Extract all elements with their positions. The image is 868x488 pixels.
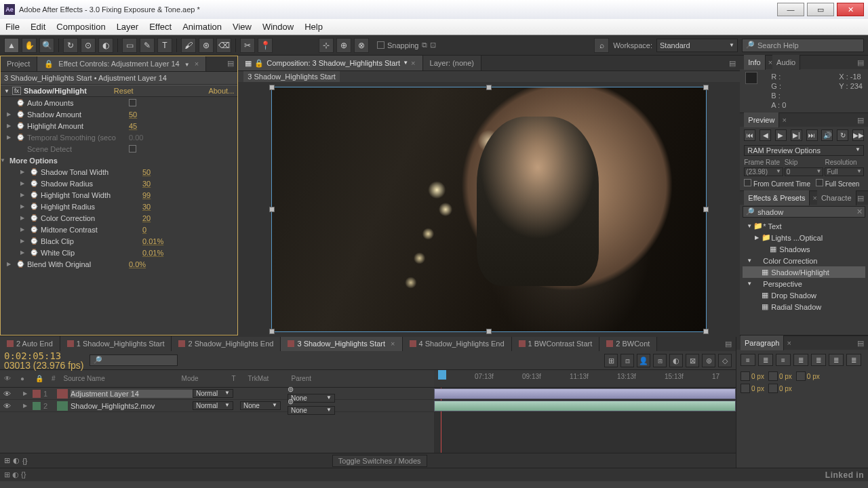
- rectangle-tool-icon[interactable]: ▭: [122, 38, 137, 53]
- effect-reset-button[interactable]: Reset: [114, 87, 134, 95]
- layer-color-icon[interactable]: [33, 402, 41, 410]
- next-frame-button[interactable]: ▶|: [791, 129, 802, 141]
- twirl-icon[interactable]: ▶: [20, 238, 27, 244]
- window-minimize-button[interactable]: —: [777, 3, 804, 16]
- selection-tool-icon[interactable]: ▲: [4, 38, 19, 53]
- camera-tool-icon[interactable]: ⊙: [81, 38, 96, 53]
- motion-blur-icon[interactable]: ◐: [669, 354, 683, 367]
- prev-frame-button[interactable]: ◀: [760, 129, 771, 141]
- last-frame-button[interactable]: ⏭: [806, 129, 818, 141]
- tab-close-icon[interactable]: ×: [411, 56, 415, 70]
- lock-icon[interactable]: 🔒: [44, 60, 54, 68]
- tab-effects-presets[interactable]: Effects & Presets: [744, 190, 810, 205]
- brainstorm-icon[interactable]: ⊛: [702, 354, 715, 367]
- twirl-icon[interactable]: ▶: [20, 203, 27, 209]
- toggle2-icon[interactable]: ◐: [13, 456, 20, 465]
- twirl-icon[interactable]: ▶: [7, 134, 14, 140]
- search-project-icon[interactable]: ⌕: [594, 38, 609, 53]
- property-value[interactable]: 50: [142, 168, 151, 176]
- layer-bar-1[interactable]: [434, 388, 736, 399]
- search-help-input[interactable]: 🔎 Search Help: [742, 39, 864, 52]
- window-close-button[interactable]: ✕: [837, 3, 864, 16]
- effects-tree-item[interactable]: ▶📁Lights ...Optical: [743, 232, 865, 243]
- property-value[interactable]: 0.01%: [142, 249, 163, 257]
- snap-opt2-icon[interactable]: ⊡: [430, 41, 436, 49]
- effects-tree-item[interactable]: ▦Radial Shadow: [743, 301, 865, 312]
- mode-select[interactable]: Normal▼: [193, 401, 233, 410]
- align-left-button[interactable]: ≡: [741, 354, 755, 366]
- timeline-tab[interactable]: 3 Shadow_Highlights Start×: [281, 336, 402, 351]
- first-line-value[interactable]: 0 px: [751, 385, 764, 392]
- justify-last-left-button[interactable]: ≣: [793, 354, 808, 366]
- clear-search-icon[interactable]: ✕: [856, 207, 863, 216]
- space-after-icon[interactable]: [768, 384, 778, 393]
- effects-search-field[interactable]: [757, 208, 854, 216]
- hide-shy-icon[interactable]: 👤: [637, 354, 650, 367]
- stopwatch-icon[interactable]: ⌚: [30, 226, 38, 234]
- stopwatch-icon[interactable]: ⌚: [30, 203, 38, 211]
- effects-tree-item[interactable]: ▼Perspective: [743, 278, 865, 289]
- toggle-switches-button[interactable]: Toggle Switches / Modes: [332, 455, 427, 467]
- stopwatch-icon[interactable]: ⌚: [30, 168, 38, 176]
- tab-effect-controls[interactable]: 🔒 Effect Controls: Adjustment Layer 14 ▼…: [37, 56, 206, 71]
- property-value[interactable]: 30: [142, 203, 151, 211]
- menu-animation[interactable]: Animation: [182, 22, 222, 32]
- twirl-icon[interactable]: ▶: [23, 390, 33, 396]
- col-trkmat[interactable]: TrkMat: [245, 375, 286, 382]
- tab-close-icon[interactable]: ×: [195, 60, 199, 68]
- tab-preview[interactable]: Preview: [744, 113, 779, 127]
- effects-search-input[interactable]: 🔎 ✕: [743, 206, 865, 218]
- stopwatch-icon[interactable]: ⌚: [30, 191, 38, 199]
- twirl-icon[interactable]: ▶: [7, 111, 14, 117]
- twirl-icon[interactable]: ▶: [20, 180, 27, 186]
- twirl-icon[interactable]: ▶: [7, 261, 14, 267]
- stopwatch-icon[interactable]: ⌚: [16, 110, 24, 119]
- property-value[interactable]: 0.0%: [129, 260, 146, 268]
- col-mode[interactable]: Mode: [179, 375, 226, 382]
- toggle3-icon[interactable]: {}: [22, 457, 27, 465]
- workspace-select[interactable]: Standard▼: [656, 39, 738, 52]
- panel-options-icon[interactable]: ▤: [857, 194, 864, 203]
- tab-composition[interactable]: ▦ 🔒 Composition: 3 Shadow_Highlights Sta…: [238, 56, 422, 70]
- menu-view[interactable]: View: [233, 22, 252, 32]
- property-value[interactable]: 99: [142, 191, 151, 199]
- panbehind-tool-icon[interactable]: ◐: [98, 38, 113, 53]
- mode-select[interactable]: Normal▼: [193, 389, 233, 398]
- timeline-layer-row[interactable]: 👁▶2Shadow_Highlights2.movNormal▼None▼⊚No…: [0, 400, 434, 412]
- panel-options-icon[interactable]: ▤: [857, 339, 864, 348]
- eraser-tool-icon[interactable]: ⌫: [216, 38, 231, 53]
- video-frame[interactable]: [272, 87, 706, 331]
- stopwatch-icon[interactable]: [16, 145, 24, 153]
- effects-tree-item[interactable]: ▦Shadows: [743, 243, 865, 255]
- resolution-select[interactable]: Full▼: [825, 167, 864, 176]
- property-checkbox[interactable]: [129, 145, 136, 152]
- col-t[interactable]: T: [229, 375, 243, 382]
- graph-editor-icon[interactable]: ⊠: [686, 354, 699, 367]
- effect-about-button[interactable]: About...: [208, 87, 234, 95]
- puppet-tool-icon[interactable]: 📍: [258, 38, 273, 53]
- effects-tree-item[interactable]: ▦Drop Shadow: [743, 289, 865, 301]
- stopwatch-icon[interactable]: ⌚: [16, 260, 24, 268]
- layer-name[interactable]: Shadow_Highlights2.mov: [71, 402, 193, 410]
- trkmat-select[interactable]: None▼: [240, 401, 281, 410]
- parent-pick-icon[interactable]: ⊚: [288, 385, 294, 393]
- panel-options-icon[interactable]: ▤: [721, 340, 736, 348]
- stopwatch-icon[interactable]: ⌚: [16, 122, 24, 130]
- tab-character[interactable]: Characte: [817, 190, 856, 205]
- draft3d-icon[interactable]: ⧈: [620, 354, 634, 367]
- justify-last-right-button[interactable]: ≣: [829, 354, 844, 366]
- menu-layer[interactable]: Layer: [117, 22, 139, 32]
- panel-options-icon[interactable]: ▤: [857, 58, 864, 67]
- window-maximize-button[interactable]: ▭: [807, 3, 834, 16]
- justify-last-center-button[interactable]: ≣: [811, 354, 826, 366]
- snapping-checkbox[interactable]: [377, 41, 384, 49]
- property-value[interactable]: 20: [142, 214, 151, 222]
- from-current-checkbox[interactable]: [744, 179, 751, 186]
- tab-info[interactable]: Info: [744, 55, 765, 70]
- frame-blend-icon[interactable]: ⧆: [653, 354, 667, 367]
- menu-effect[interactable]: Effect: [149, 22, 172, 32]
- timeline-tab[interactable]: 1 BWContrast Start: [512, 336, 600, 351]
- space-before-icon[interactable]: [768, 371, 778, 381]
- timeline-tab[interactable]: 4 Shadow_Highlights End: [403, 336, 512, 351]
- type-tool-icon[interactable]: T: [157, 38, 172, 53]
